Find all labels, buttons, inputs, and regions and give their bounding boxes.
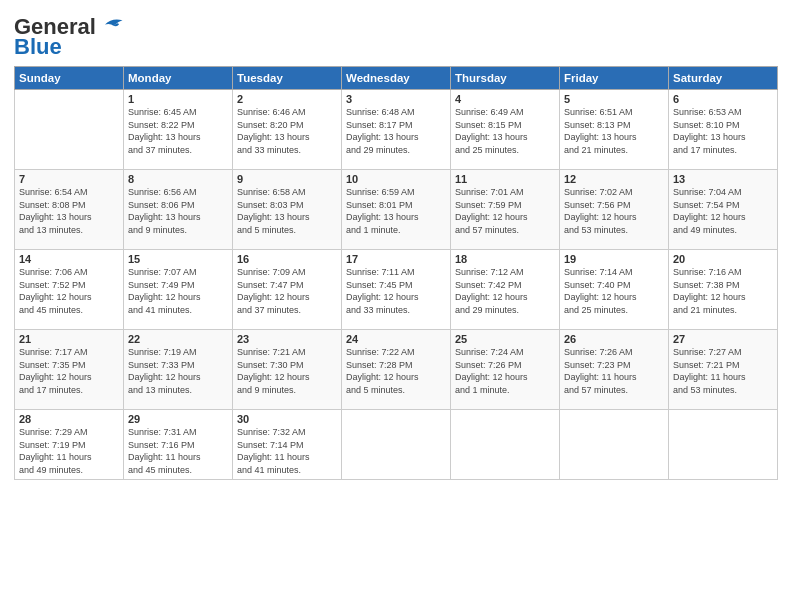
day-cell: 30Sunrise: 7:32 AMSunset: 7:14 PMDayligh… bbox=[233, 410, 342, 480]
day-info: Sunrise: 6:46 AMSunset: 8:20 PMDaylight:… bbox=[237, 106, 337, 156]
day-info: Sunrise: 7:21 AMSunset: 7:30 PMDaylight:… bbox=[237, 346, 337, 396]
day-number: 16 bbox=[237, 253, 337, 265]
header-cell-friday: Friday bbox=[560, 67, 669, 90]
day-cell: 29Sunrise: 7:31 AMSunset: 7:16 PMDayligh… bbox=[124, 410, 233, 480]
day-info: Sunrise: 6:56 AMSunset: 8:06 PMDaylight:… bbox=[128, 186, 228, 236]
day-info: Sunrise: 6:51 AMSunset: 8:13 PMDaylight:… bbox=[564, 106, 664, 156]
day-number: 18 bbox=[455, 253, 555, 265]
day-number: 10 bbox=[346, 173, 446, 185]
day-info: Sunrise: 6:48 AMSunset: 8:17 PMDaylight:… bbox=[346, 106, 446, 156]
day-cell: 6Sunrise: 6:53 AMSunset: 8:10 PMDaylight… bbox=[669, 90, 778, 170]
header-cell-saturday: Saturday bbox=[669, 67, 778, 90]
day-number: 23 bbox=[237, 333, 337, 345]
day-number: 7 bbox=[19, 173, 119, 185]
day-cell: 18Sunrise: 7:12 AMSunset: 7:42 PMDayligh… bbox=[451, 250, 560, 330]
day-info: Sunrise: 7:06 AMSunset: 7:52 PMDaylight:… bbox=[19, 266, 119, 316]
day-number: 28 bbox=[19, 413, 119, 425]
day-number: 3 bbox=[346, 93, 446, 105]
day-info: Sunrise: 7:22 AMSunset: 7:28 PMDaylight:… bbox=[346, 346, 446, 396]
day-number: 1 bbox=[128, 93, 228, 105]
day-info: Sunrise: 7:31 AMSunset: 7:16 PMDaylight:… bbox=[128, 426, 228, 476]
day-info: Sunrise: 7:04 AMSunset: 7:54 PMDaylight:… bbox=[673, 186, 773, 236]
day-number: 12 bbox=[564, 173, 664, 185]
day-cell: 15Sunrise: 7:07 AMSunset: 7:49 PMDayligh… bbox=[124, 250, 233, 330]
day-info: Sunrise: 7:01 AMSunset: 7:59 PMDaylight:… bbox=[455, 186, 555, 236]
day-cell: 8Sunrise: 6:56 AMSunset: 8:06 PMDaylight… bbox=[124, 170, 233, 250]
day-info: Sunrise: 7:26 AMSunset: 7:23 PMDaylight:… bbox=[564, 346, 664, 396]
day-cell: 10Sunrise: 6:59 AMSunset: 8:01 PMDayligh… bbox=[342, 170, 451, 250]
week-row-4: 21Sunrise: 7:17 AMSunset: 7:35 PMDayligh… bbox=[15, 330, 778, 410]
header-cell-sunday: Sunday bbox=[15, 67, 124, 90]
day-cell bbox=[342, 410, 451, 480]
day-info: Sunrise: 6:58 AMSunset: 8:03 PMDaylight:… bbox=[237, 186, 337, 236]
header-cell-monday: Monday bbox=[124, 67, 233, 90]
day-info: Sunrise: 7:32 AMSunset: 7:14 PMDaylight:… bbox=[237, 426, 337, 476]
day-cell bbox=[669, 410, 778, 480]
logo: General Blue bbox=[14, 14, 126, 60]
day-cell: 19Sunrise: 7:14 AMSunset: 7:40 PMDayligh… bbox=[560, 250, 669, 330]
day-info: Sunrise: 7:12 AMSunset: 7:42 PMDaylight:… bbox=[455, 266, 555, 316]
day-number: 9 bbox=[237, 173, 337, 185]
day-number: 19 bbox=[564, 253, 664, 265]
day-number: 21 bbox=[19, 333, 119, 345]
day-number: 15 bbox=[128, 253, 228, 265]
day-cell: 14Sunrise: 7:06 AMSunset: 7:52 PMDayligh… bbox=[15, 250, 124, 330]
day-number: 27 bbox=[673, 333, 773, 345]
day-number: 22 bbox=[128, 333, 228, 345]
day-cell bbox=[15, 90, 124, 170]
day-cell: 7Sunrise: 6:54 AMSunset: 8:08 PMDaylight… bbox=[15, 170, 124, 250]
day-number: 17 bbox=[346, 253, 446, 265]
calendar-body: 1Sunrise: 6:45 AMSunset: 8:22 PMDaylight… bbox=[15, 90, 778, 480]
logo-blue: Blue bbox=[14, 34, 62, 60]
day-info: Sunrise: 7:24 AMSunset: 7:26 PMDaylight:… bbox=[455, 346, 555, 396]
day-cell: 25Sunrise: 7:24 AMSunset: 7:26 PMDayligh… bbox=[451, 330, 560, 410]
day-number: 26 bbox=[564, 333, 664, 345]
day-cell: 3Sunrise: 6:48 AMSunset: 8:17 PMDaylight… bbox=[342, 90, 451, 170]
day-number: 4 bbox=[455, 93, 555, 105]
day-info: Sunrise: 6:49 AMSunset: 8:15 PMDaylight:… bbox=[455, 106, 555, 156]
day-number: 2 bbox=[237, 93, 337, 105]
day-cell: 16Sunrise: 7:09 AMSunset: 7:47 PMDayligh… bbox=[233, 250, 342, 330]
day-cell: 2Sunrise: 6:46 AMSunset: 8:20 PMDaylight… bbox=[233, 90, 342, 170]
day-cell: 9Sunrise: 6:58 AMSunset: 8:03 PMDaylight… bbox=[233, 170, 342, 250]
day-cell: 17Sunrise: 7:11 AMSunset: 7:45 PMDayligh… bbox=[342, 250, 451, 330]
day-cell: 13Sunrise: 7:04 AMSunset: 7:54 PMDayligh… bbox=[669, 170, 778, 250]
day-number: 24 bbox=[346, 333, 446, 345]
day-cell: 5Sunrise: 6:51 AMSunset: 8:13 PMDaylight… bbox=[560, 90, 669, 170]
week-row-1: 1Sunrise: 6:45 AMSunset: 8:22 PMDaylight… bbox=[15, 90, 778, 170]
day-info: Sunrise: 6:54 AMSunset: 8:08 PMDaylight:… bbox=[19, 186, 119, 236]
header-cell-wednesday: Wednesday bbox=[342, 67, 451, 90]
day-cell: 4Sunrise: 6:49 AMSunset: 8:15 PMDaylight… bbox=[451, 90, 560, 170]
day-cell bbox=[560, 410, 669, 480]
day-cell: 24Sunrise: 7:22 AMSunset: 7:28 PMDayligh… bbox=[342, 330, 451, 410]
day-number: 8 bbox=[128, 173, 228, 185]
day-info: Sunrise: 7:14 AMSunset: 7:40 PMDaylight:… bbox=[564, 266, 664, 316]
day-info: Sunrise: 6:45 AMSunset: 8:22 PMDaylight:… bbox=[128, 106, 228, 156]
day-cell: 22Sunrise: 7:19 AMSunset: 7:33 PMDayligh… bbox=[124, 330, 233, 410]
day-cell bbox=[451, 410, 560, 480]
day-number: 20 bbox=[673, 253, 773, 265]
day-info: Sunrise: 7:09 AMSunset: 7:47 PMDaylight:… bbox=[237, 266, 337, 316]
day-cell: 11Sunrise: 7:01 AMSunset: 7:59 PMDayligh… bbox=[451, 170, 560, 250]
day-number: 29 bbox=[128, 413, 228, 425]
day-info: Sunrise: 7:17 AMSunset: 7:35 PMDaylight:… bbox=[19, 346, 119, 396]
day-number: 6 bbox=[673, 93, 773, 105]
day-cell: 27Sunrise: 7:27 AMSunset: 7:21 PMDayligh… bbox=[669, 330, 778, 410]
day-cell: 1Sunrise: 6:45 AMSunset: 8:22 PMDaylight… bbox=[124, 90, 233, 170]
page-header: General Blue bbox=[14, 10, 778, 60]
day-number: 25 bbox=[455, 333, 555, 345]
header-cell-tuesday: Tuesday bbox=[233, 67, 342, 90]
header-cell-thursday: Thursday bbox=[451, 67, 560, 90]
day-info: Sunrise: 7:27 AMSunset: 7:21 PMDaylight:… bbox=[673, 346, 773, 396]
week-row-5: 28Sunrise: 7:29 AMSunset: 7:19 PMDayligh… bbox=[15, 410, 778, 480]
day-cell: 21Sunrise: 7:17 AMSunset: 7:35 PMDayligh… bbox=[15, 330, 124, 410]
day-info: Sunrise: 7:11 AMSunset: 7:45 PMDaylight:… bbox=[346, 266, 446, 316]
day-info: Sunrise: 6:59 AMSunset: 8:01 PMDaylight:… bbox=[346, 186, 446, 236]
day-number: 5 bbox=[564, 93, 664, 105]
day-cell: 12Sunrise: 7:02 AMSunset: 7:56 PMDayligh… bbox=[560, 170, 669, 250]
day-cell: 20Sunrise: 7:16 AMSunset: 7:38 PMDayligh… bbox=[669, 250, 778, 330]
day-info: Sunrise: 7:19 AMSunset: 7:33 PMDaylight:… bbox=[128, 346, 228, 396]
day-number: 13 bbox=[673, 173, 773, 185]
day-info: Sunrise: 7:07 AMSunset: 7:49 PMDaylight:… bbox=[128, 266, 228, 316]
week-row-3: 14Sunrise: 7:06 AMSunset: 7:52 PMDayligh… bbox=[15, 250, 778, 330]
